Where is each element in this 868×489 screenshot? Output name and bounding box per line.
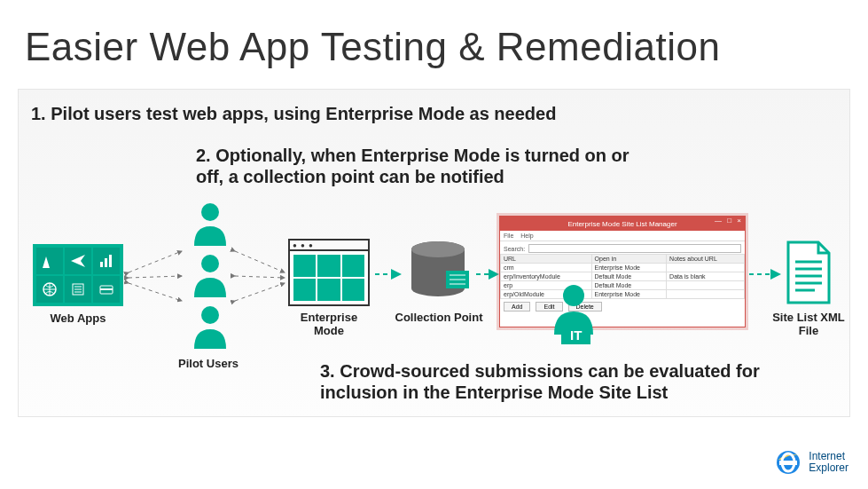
col-url: URL bbox=[501, 255, 592, 264]
arrow-webapps-users bbox=[127, 248, 185, 313]
svg-rect-2 bbox=[109, 255, 112, 267]
pilot-users-label: Pilot Users bbox=[155, 357, 262, 370]
svg-line-12 bbox=[129, 283, 182, 301]
webapps-label: Web Apps bbox=[31, 312, 125, 325]
arrow-users-em bbox=[233, 248, 288, 313]
menu-help: Help bbox=[520, 233, 533, 239]
webapps-icon-grid bbox=[33, 244, 123, 306]
user-icon bbox=[191, 201, 230, 246]
table-row: crmEnterprise Mode bbox=[501, 264, 745, 272]
table-row: erp/OldModuleEnterprise Mode bbox=[501, 290, 745, 299]
enterprise-mode-label: Enterprise Mode bbox=[285, 312, 373, 338]
ie-icon bbox=[773, 447, 803, 477]
add-button: Add bbox=[504, 302, 530, 312]
svg-point-15 bbox=[201, 306, 219, 324]
tile-chart-icon bbox=[93, 248, 120, 274]
xml-file-label: Site List XML File bbox=[769, 312, 848, 338]
col-notes: Notes about URL bbox=[667, 255, 745, 264]
tile-globe-icon bbox=[36, 276, 63, 303]
svg-point-14 bbox=[201, 255, 219, 272]
window-controls: — □ × bbox=[715, 217, 743, 225]
workflow-diagram: Web Apps bbox=[31, 201, 838, 352]
user-icon bbox=[191, 304, 230, 349]
pilot-users-group bbox=[184, 201, 237, 352]
search-input bbox=[528, 244, 741, 253]
internet-explorer-logo: Internet Explorer bbox=[773, 445, 848, 480]
tile-form-icon bbox=[65, 276, 91, 303]
user-icon bbox=[191, 253, 230, 297]
tile-plane-icon bbox=[65, 248, 91, 274]
xml-file-icon bbox=[783, 241, 833, 304]
tile-building-icon bbox=[36, 248, 63, 274]
ie-brand-text: Internet Explorer bbox=[809, 451, 848, 473]
site-list-manager-window: Enterprise Mode Site List Manager — □ × … bbox=[499, 216, 746, 327]
svg-rect-1 bbox=[105, 258, 107, 267]
admin-window-title: Enterprise Mode Site List Manager bbox=[567, 220, 676, 228]
svg-rect-0 bbox=[100, 262, 103, 267]
arrow-admin-xml bbox=[747, 267, 783, 283]
svg-point-27 bbox=[563, 285, 584, 306]
step-3-text: 3. Crowd-sourced submissions can be eval… bbox=[320, 360, 799, 403]
svg-line-10 bbox=[129, 251, 182, 272]
collection-point-database-icon bbox=[403, 241, 473, 306]
search-label: Search: bbox=[504, 246, 525, 252]
table-row: erp/InventoryModuleDefault ModeData is b… bbox=[501, 272, 745, 281]
svg-line-11 bbox=[129, 276, 182, 278]
svg-rect-9 bbox=[100, 288, 113, 290]
collection-point-label: Collection Point bbox=[395, 312, 483, 325]
svg-line-17 bbox=[235, 276, 285, 278]
arrow-em-cp bbox=[373, 267, 403, 283]
svg-point-13 bbox=[201, 203, 219, 221]
enterprise-mode-browser-icon: ● ● ● bbox=[288, 239, 370, 306]
admin-menu-bar: File Help bbox=[500, 231, 745, 241]
content-band: 1. Pilot users test web apps, using Ente… bbox=[18, 89, 850, 417]
svg-point-21 bbox=[411, 241, 465, 257]
menu-file: File bbox=[504, 233, 513, 239]
admin-window-titlebar: Enterprise Mode Site List Manager — □ × bbox=[500, 217, 745, 231]
step-2-text: 2. Optionally, when Enterprise Mode is t… bbox=[196, 145, 657, 187]
it-label: IT bbox=[561, 326, 590, 344]
step-1-text: 1. Pilot users test web apps, using Ente… bbox=[31, 104, 556, 124]
svg-line-18 bbox=[235, 283, 285, 301]
table-row: erpDefault Mode bbox=[501, 281, 745, 290]
page-title: Easier Web App Testing & Remediation bbox=[25, 25, 720, 69]
tile-card-icon bbox=[93, 276, 120, 303]
arrow-cp-admin bbox=[474, 267, 501, 283]
site-list-table: URL Open in Notes about URL crmEnterpris… bbox=[500, 254, 745, 299]
svg-line-16 bbox=[235, 251, 285, 272]
col-openin: Open in bbox=[591, 255, 667, 264]
